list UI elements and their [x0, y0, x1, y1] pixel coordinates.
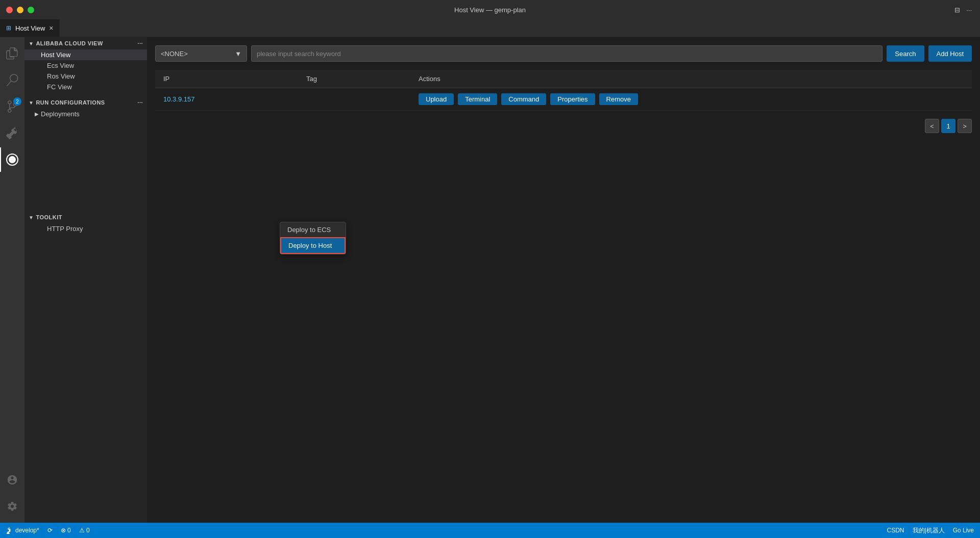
tab-label: Host View [15, 24, 45, 32]
pagination-next[interactable]: > [958, 119, 972, 133]
sidebar-item-fc-view[interactable]: FC View [24, 82, 147, 92]
pagination: < 1 > [155, 119, 972, 133]
activity-source-control[interactable]: 2 [0, 94, 24, 119]
activity-explorer[interactable] [0, 41, 24, 66]
tab-icon: ⊞ [6, 24, 11, 32]
table-row: 10.3.9.157 Upload Terminal Command Prope… [155, 88, 972, 111]
run-chevron-icon: ▼ [29, 100, 34, 106]
upload-button[interactable]: Upload [419, 93, 454, 105]
go-live-label: Go Live [953, 527, 974, 534]
warnings-label: ⚠ 0 [79, 527, 90, 534]
maximize-button[interactable] [28, 7, 34, 13]
activity-extensions[interactable] [0, 121, 24, 145]
terminal-button[interactable]: Terminal [458, 93, 497, 105]
alibaba-section-header[interactable]: ▼ ALIBABA CLOUD VIEW ··· [24, 37, 147, 49]
pagination-page-1[interactable]: 1 [941, 119, 955, 133]
table-body: 10.3.9.157 Upload Terminal Command Prope… [155, 88, 972, 111]
traffic-lights [6, 7, 34, 13]
fc-view-label: FC View [47, 83, 72, 91]
deploy-to-host-option[interactable]: Deploy to Host [280, 237, 346, 254]
dropdown-chevron-icon: ▼ [235, 50, 241, 58]
close-button[interactable] [6, 7, 13, 13]
tab-close-button[interactable]: × [49, 24, 53, 32]
activity-settings[interactable] [0, 494, 24, 519]
titlebar-actions: ⊟ ··· [954, 6, 972, 14]
add-host-button[interactable]: Add Host [928, 45, 972, 62]
search-input[interactable] [251, 45, 883, 62]
toolkit-section-label: TOOLKIT [36, 214, 62, 220]
branch-status[interactable]: develop* [6, 527, 39, 534]
alibaba-section-label: ALIBABA CLOUD VIEW [36, 40, 103, 46]
command-button[interactable]: Command [501, 93, 546, 105]
sidebar-item-deployments[interactable]: ▶ Deployments [24, 109, 147, 119]
go-live-status[interactable]: Go Live [953, 527, 974, 534]
properties-button[interactable]: Properties [550, 93, 595, 105]
cell-ip: 10.3.9.157 [155, 88, 298, 111]
split-editor-icon[interactable]: ⊟ [954, 6, 960, 14]
cell-tag [298, 88, 410, 111]
deploy-to-ecs-option[interactable]: Deploy to ECS [280, 222, 346, 237]
host-view-tab[interactable]: ⊞ Host View × [0, 19, 60, 37]
activity-account[interactable] [0, 468, 24, 492]
main-layout: 2 ▼ [0, 37, 980, 523]
sidebar-item-ros-view[interactable]: Ros View [24, 71, 147, 82]
remove-button[interactable]: Remove [599, 93, 638, 105]
csdn-status[interactable]: CSDN [887, 527, 904, 534]
csdn-label: CSDN [887, 527, 904, 534]
alibaba-chevron-icon: ▼ [29, 41, 34, 46]
sync-icon: ⟳ [47, 527, 53, 534]
run-section-actions: ··· [137, 99, 143, 106]
search-bar: <NONE> ▼ Search Add Host [155, 45, 972, 62]
ecs-view-label: Ecs View [47, 62, 74, 69]
search-button[interactable]: Search [887, 45, 924, 62]
branch-label: develop* [15, 527, 39, 534]
http-proxy-label: HTTP Proxy [47, 225, 83, 233]
action-buttons: Upload Terminal Command Properties Remov… [419, 93, 964, 105]
toolkit-chevron-icon: ▼ [29, 215, 34, 220]
run-more-icon[interactable]: ··· [137, 99, 143, 106]
errors-label: ⊗ 0 [61, 527, 71, 534]
status-bar: develop* ⟳ ⊗ 0 ⚠ 0 CSDN 我的|机器人 Go Live [0, 523, 980, 538]
content-area: <NONE> ▼ Search Add Host IP Tag Actions [147, 37, 980, 523]
title-bar: Host View — gemp-plan ⊟ ··· [0, 0, 980, 19]
activity-plugin[interactable] [0, 147, 24, 172]
run-section-header[interactable]: ▼ RUN CONFIGURATIONS ··· [24, 96, 147, 109]
sidebar-item-http-proxy[interactable]: HTTP Proxy [24, 223, 147, 234]
run-section-label: RUN CONFIGURATIONS [36, 99, 105, 106]
status-bar-right: CSDN 我的|机器人 Go Live [887, 526, 974, 535]
tab-bar: ⊞ Host View × [0, 19, 980, 37]
minimize-button[interactable] [17, 7, 23, 13]
filter-dropdown[interactable]: <NONE> ▼ [155, 45, 247, 62]
deployments-chevron-icon: ▶ [35, 111, 39, 117]
col-tag: Tag [298, 70, 410, 88]
dropdown-popup: Deploy to ECS Deploy to Host [280, 222, 346, 254]
ros-view-label: Ros View [47, 72, 75, 80]
more-actions-icon[interactable]: ··· [966, 6, 972, 14]
alibaba-section-actions: ··· [137, 40, 143, 46]
user-label: 我的|机器人 [913, 526, 945, 535]
activity-search[interactable] [0, 68, 24, 92]
sync-status[interactable]: ⟳ [47, 527, 53, 534]
search-input-wrapper [251, 45, 883, 62]
host-view-label: Host View [41, 51, 70, 59]
errors-status[interactable]: ⊗ 0 [61, 527, 71, 534]
activity-bar: 2 [0, 37, 24, 523]
user-status[interactable]: 我的|机器人 [913, 526, 945, 535]
sidebar-item-ecs-view[interactable]: Ecs View [24, 60, 147, 71]
ip-link[interactable]: 10.3.9.157 [163, 95, 194, 103]
dropdown-value: <NONE> [161, 50, 188, 58]
deployments-label: Deployments [41, 110, 80, 118]
sidebar: ▼ ALIBABA CLOUD VIEW ··· Host View Ecs V… [24, 37, 147, 523]
pagination-prev[interactable]: < [925, 119, 939, 133]
cell-actions: Upload Terminal Command Properties Remov… [410, 88, 972, 111]
warnings-status[interactable]: ⚠ 0 [79, 527, 90, 534]
host-table: IP Tag Actions 10.3.9.157 Upload Termina… [155, 70, 972, 111]
branch-icon [6, 527, 13, 534]
source-control-badge: 2 [13, 97, 21, 106]
toolkit-section-header[interactable]: ▼ TOOLKIT [24, 211, 147, 223]
col-ip: IP [155, 70, 298, 88]
window-title: Host View — gemp-plan [454, 6, 526, 14]
alibaba-more-icon[interactable]: ··· [137, 40, 143, 46]
sidebar-item-host-view[interactable]: Host View [24, 49, 147, 60]
col-actions: Actions [410, 70, 972, 88]
